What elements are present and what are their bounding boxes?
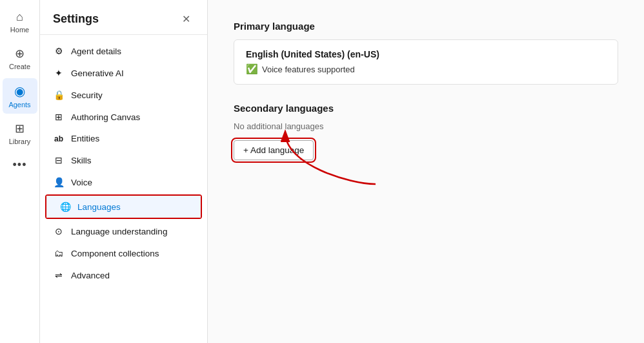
- sidebar-item-agent-details[interactable]: ⚙ Agent details: [40, 40, 207, 62]
- sidebar-item-skills-label: Skills: [71, 156, 92, 165]
- nav-more[interactable]: •••: [3, 153, 37, 177]
- main-content: Primary language English (United States)…: [208, 0, 644, 343]
- nav-home-label: Home: [10, 26, 29, 34]
- secondary-language-title: Secondary languages: [234, 103, 618, 114]
- authoring-canvas-icon: ⊞: [53, 112, 65, 122]
- language-name: English (United States) (en-US): [246, 49, 606, 59]
- security-icon: 🔒: [53, 90, 65, 100]
- sidebar-item-authoring-canvas[interactable]: ⊞ Authoring Canvas: [40, 106, 207, 128]
- generative-ai-icon: ✦: [53, 68, 65, 78]
- voice-icon: 👤: [53, 177, 65, 187]
- sidebar-item-entities-label: Entities: [71, 134, 99, 143]
- skills-icon: ⊟: [53, 155, 65, 165]
- nav-home[interactable]: ⌂ Home: [3, 5, 37, 39]
- agents-icon: ◉: [14, 83, 25, 99]
- component-collections-icon: 🗂: [53, 248, 65, 258]
- settings-header: Settings ✕: [40, 0, 207, 35]
- nav-agents-label: Agents: [8, 101, 30, 109]
- sidebar-item-generative-ai-label: Generative AI: [71, 68, 124, 78]
- home-icon: ⌂: [16, 10, 23, 24]
- settings-panel: Settings ✕ ⚙ Agent details ✦ Generative …: [40, 0, 208, 343]
- nav-library-label: Library: [9, 138, 31, 145]
- add-language-button-label: + Add language: [243, 145, 304, 155]
- settings-title: Settings: [53, 12, 99, 26]
- settings-nav-menu: ⚙ Agent details ✦ Generative AI 🔒 Securi…: [40, 35, 207, 343]
- library-icon: ⊞: [15, 121, 25, 136]
- sidebar-item-advanced-label: Advanced: [71, 271, 110, 280]
- nav-create[interactable]: ⊕ Create: [3, 41, 37, 76]
- sidebar-item-agent-details-label: Agent details: [71, 47, 121, 56]
- voice-supported: ✅ Voice features supported: [246, 63, 606, 75]
- sidebar-item-language-understanding[interactable]: ⊙ Language understanding: [40, 220, 207, 242]
- sidebar-item-authoring-canvas-label: Authoring Canvas: [71, 112, 140, 122]
- sidebar-item-voice[interactable]: 👤 Voice: [40, 171, 207, 193]
- sidebar-item-languages-label: Languages: [77, 202, 121, 212]
- create-icon: ⊕: [15, 47, 25, 61]
- left-nav: ⌂ Home ⊕ Create ◉ Agents ⊞ Library •••: [0, 0, 40, 343]
- nav-agents[interactable]: ◉ Agents: [3, 78, 37, 114]
- sidebar-item-languages[interactable]: 🌐 Languages: [46, 196, 201, 218]
- entities-icon: ab: [53, 134, 65, 143]
- check-icon: ✅: [246, 63, 258, 75]
- sidebar-item-security[interactable]: 🔒 Security: [40, 84, 207, 106]
- agent-details-icon: ⚙: [53, 46, 65, 56]
- sidebar-item-voice-label: Voice: [71, 178, 92, 187]
- sidebar-item-entities[interactable]: ab Entities: [40, 128, 207, 149]
- secondary-language-section: Secondary languages No additional langua…: [234, 103, 618, 160]
- advanced-icon: ⇌: [53, 270, 65, 280]
- languages-icon: 🌐: [59, 202, 71, 212]
- sidebar-item-advanced[interactable]: ⇌ Advanced: [40, 264, 207, 286]
- primary-language-title: Primary language: [234, 21, 618, 32]
- sidebar-item-skills[interactable]: ⊟ Skills: [40, 149, 207, 171]
- sidebar-item-component-collections-label: Component collections: [71, 249, 159, 258]
- sidebar-item-security-label: Security: [71, 90, 103, 100]
- no-additional-languages-text: No additional languages: [234, 121, 618, 131]
- sidebar-item-language-understanding-label: Language understanding: [71, 227, 167, 236]
- nav-library[interactable]: ⊞ Library: [3, 116, 37, 151]
- language-understanding-icon: ⊙: [53, 226, 65, 236]
- add-language-button[interactable]: + Add language: [234, 140, 314, 160]
- more-icon: •••: [13, 158, 27, 172]
- primary-language-section: Primary language English (United States)…: [234, 21, 618, 85]
- nav-create-label: Create: [9, 63, 30, 70]
- sidebar-item-generative-ai[interactable]: ✦ Generative AI: [40, 62, 207, 84]
- voice-supported-label: Voice features supported: [262, 65, 355, 74]
- primary-language-card: English (United States) (en-US) ✅ Voice …: [234, 39, 618, 85]
- sidebar-item-component-collections[interactable]: 🗂 Component collections: [40, 242, 207, 264]
- close-button[interactable]: ✕: [178, 12, 194, 26]
